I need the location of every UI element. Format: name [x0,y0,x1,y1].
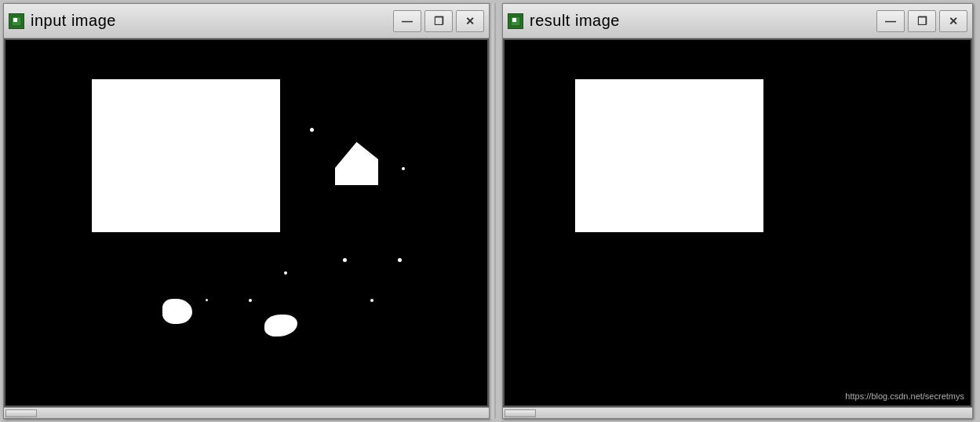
result-white-rect [575,79,763,232]
minimize-button[interactable]: — [393,10,421,32]
svg-rect-1 [13,18,17,22]
noise-dot-5 [398,258,402,262]
result-restore-button[interactable]: ❒ [908,10,936,32]
svg-rect-3 [512,18,516,22]
noise-dot-9 [206,299,208,301]
result-title-buttons: — ❒ ✕ [876,10,967,32]
result-title-bar: result image — ❒ ✕ [503,4,972,38]
result-window-app-icon [508,13,523,29]
watermark-text: https://blog.csdn.net/secretmys [845,391,964,401]
noise-dot-7 [249,299,252,302]
input-canvas-area [4,38,489,407]
window-separator [490,3,496,419]
main-white-rect [92,79,280,232]
noise-dot-2 [337,167,340,170]
input-window-title: input image [31,12,116,30]
result-scrollbar-thumb[interactable] [505,409,536,417]
result-canvas-area: https://blog.csdn.net/secretmys [503,38,972,407]
result-close-button[interactable]: ✕ [939,10,967,32]
result-window-title: result image [530,12,620,30]
scrollbar-thumb[interactable] [5,409,37,417]
window-app-icon [9,13,24,29]
blob-left [162,299,192,324]
close-button[interactable]: ✕ [456,10,484,32]
input-title-buttons: — ❒ ✕ [393,10,484,32]
title-left: input image [9,12,116,30]
input-canvas [5,40,487,406]
noise-dot-8 [370,299,373,302]
input-title-bar: input image — ❒ ✕ [4,4,489,38]
result-window: result image — ❒ ✕ https://blog.csdn.net… [502,3,973,419]
triangle-shape [335,142,378,185]
noise-dot-6 [284,271,287,275]
noise-dot-4 [343,258,347,262]
noise-dot-3 [402,167,405,170]
noise-dot-1 [310,128,314,132]
input-scrollbar[interactable] [4,407,489,418]
result-title-left: result image [508,12,620,30]
input-window: input image — ❒ ✕ [3,3,490,419]
restore-button[interactable]: ❒ [424,10,453,32]
result-canvas: https://blog.csdn.net/secretmys [505,40,971,406]
result-minimize-button[interactable]: — [876,10,905,32]
result-scrollbar[interactable] [503,407,972,418]
blob-center [264,315,297,337]
